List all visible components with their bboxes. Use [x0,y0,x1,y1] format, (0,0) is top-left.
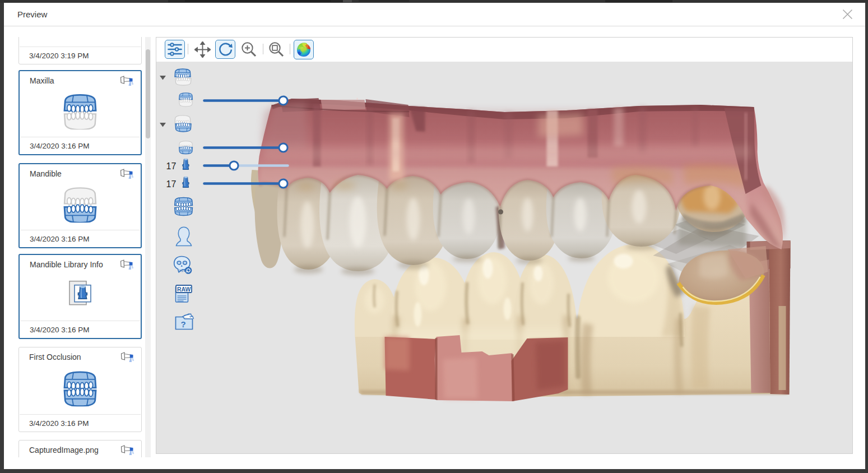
svg-text:RAW: RAW [177,286,191,293]
svg-text:17: 17 [166,161,177,171]
svg-text:?: ? [181,319,186,329]
svg-text:17: 17 [166,179,177,189]
